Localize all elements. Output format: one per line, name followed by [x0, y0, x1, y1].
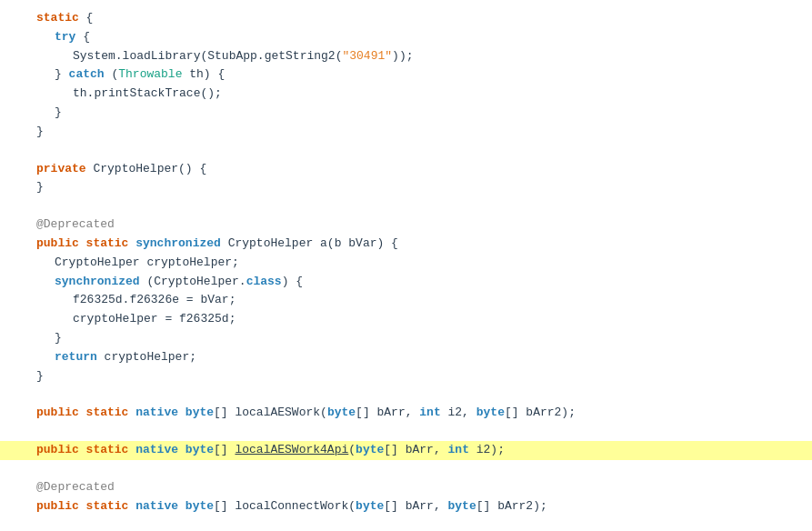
token: synchronized [55, 273, 146, 292]
token: System [73, 47, 115, 66]
token: CryptoHelper [93, 160, 178, 179]
code-line: } [0, 123, 812, 142]
code-line: @Deprecated [0, 215, 812, 235]
token: byte [356, 443, 384, 456]
token: th [73, 85, 87, 104]
token: ( [111, 65, 118, 85]
token: [] bArr2); [476, 497, 547, 516]
token: } [36, 178, 44, 197]
token: static [36, 9, 86, 28]
token: cryptoHelper; [105, 348, 196, 367]
code-line: synchronized (CryptoHelper.class) { [0, 273, 812, 292]
code-line: static { [0, 9, 812, 28]
code-line: CryptoHelper cryptoHelper; [0, 254, 812, 273]
code-line [0, 460, 812, 478]
code-line: } [0, 367, 812, 386]
token: cryptoHelper = f26325d; [73, 310, 236, 329]
token: StubApp [207, 47, 257, 66]
token: bVar) { [341, 235, 397, 254]
token: b [335, 235, 342, 254]
code-line [0, 423, 812, 441]
token: public [36, 443, 86, 456]
token: static [86, 443, 136, 456]
token: )); [392, 47, 413, 66]
token: th) { [182, 65, 225, 85]
token: static [86, 404, 136, 423]
token: } [36, 123, 44, 142]
token: i2); [469, 443, 505, 456]
token: [] bArr, [384, 497, 447, 516]
token: [] localAESWork( [214, 404, 327, 423]
token: class [246, 273, 282, 292]
token: try [55, 28, 83, 47]
token: CryptoHelper a( [228, 235, 335, 254]
code-line: th.printStackTrace(); [0, 85, 812, 104]
code-line [0, 142, 812, 160]
token: f26325d [73, 291, 123, 310]
token: byte [185, 443, 214, 456]
token: int [448, 443, 469, 456]
code-line: return cryptoHelper; [0, 348, 812, 367]
code-line: System.loadLibrary(StubApp.getString2("3… [0, 47, 812, 66]
token: byte [356, 497, 384, 516]
code-line: public static native byte[] localConnect… [0, 497, 812, 516]
token: () { [178, 160, 206, 179]
token: synchronized [135, 235, 227, 254]
code-line [0, 386, 812, 404]
code-line: } catch (Throwable th) { [0, 65, 812, 85]
token: CryptoHelper cryptoHelper; [55, 254, 239, 273]
token: byte [476, 404, 505, 423]
token: Throwable [118, 65, 182, 85]
token: { [86, 9, 94, 28]
token: } [55, 65, 69, 85]
token: } [55, 329, 62, 348]
token: return [55, 348, 105, 367]
code-line: f26325d.f26326e = bVar; [0, 291, 812, 310]
token: static [86, 235, 136, 254]
token: .loadLibrary( [115, 47, 207, 66]
code-line: } [0, 104, 812, 123]
code-line [0, 516, 812, 531]
token: byte [327, 404, 356, 423]
token: [] localConnectWork( [214, 497, 356, 516]
code-line: @Deprecated [0, 478, 812, 497]
code-editor: static {try {System.loadLibrary(StubApp.… [0, 0, 812, 531]
token: [] [214, 443, 235, 456]
token: public [36, 404, 86, 423]
token: .printStackTrace(); [87, 85, 222, 104]
token: .getString2( [257, 47, 343, 66]
token: [] bArr, [384, 443, 447, 456]
token: byte [448, 497, 476, 516]
token: { [83, 28, 90, 47]
token: native [135, 443, 185, 456]
code-line: private CryptoHelper() { [0, 160, 812, 179]
token: [] bArr2); [505, 404, 576, 423]
token: ( [348, 443, 356, 456]
token: @Deprecated [36, 478, 115, 497]
code-line: public static native byte[] localAESWork… [0, 441, 812, 460]
code-line: } [0, 178, 812, 197]
token: } [36, 367, 44, 386]
token: public [36, 235, 86, 254]
token: @Deprecated [36, 215, 115, 235]
code-line: cryptoHelper = f26325d; [0, 310, 812, 329]
code-line: public static synchronized CryptoHelper … [0, 235, 812, 254]
token: i2, [441, 404, 476, 423]
token: native [135, 497, 185, 516]
code-line: } [0, 329, 812, 348]
token: ) { [282, 273, 303, 292]
token: } [55, 104, 62, 123]
token: "30491" [342, 47, 392, 66]
token: byte [185, 404, 214, 423]
token: (CryptoHelper. [146, 273, 246, 292]
token: native [135, 404, 185, 423]
token: int [419, 404, 440, 423]
token: byte [185, 497, 214, 516]
token: .f26326e = bVar; [123, 291, 236, 310]
token: catch [69, 65, 112, 85]
code-line [0, 197, 812, 215]
token: public [36, 497, 86, 516]
token: static [86, 497, 136, 516]
code-line: public static native byte[] localAESWork… [0, 404, 812, 423]
token: localAESWork4Api [235, 443, 348, 456]
